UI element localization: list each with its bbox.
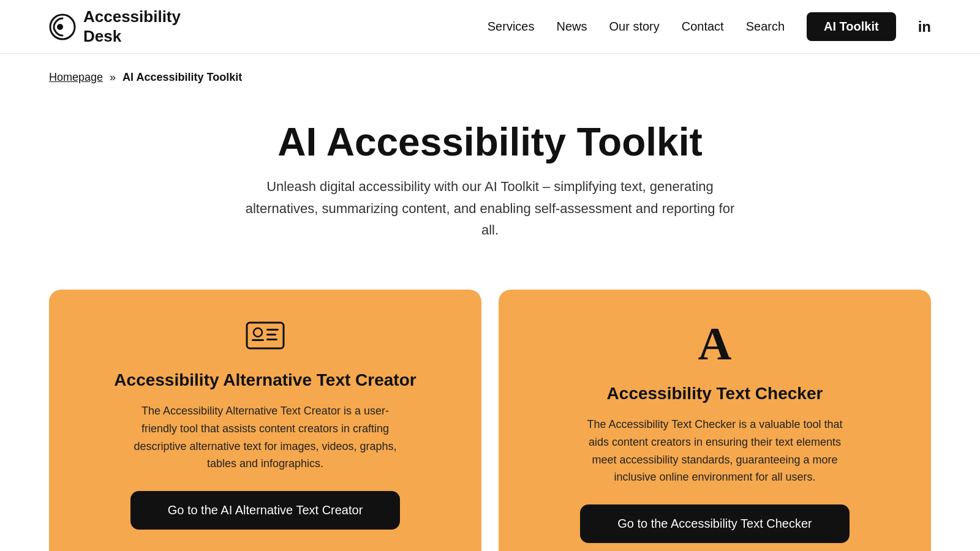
main-nav: Services News Our story Contact Search A… [488,12,931,41]
svg-rect-6 [266,334,276,335]
breadcrumb: Homepage » AI Accessibility Toolkit [0,54,980,84]
logo-text: Accessibility Desk [83,7,181,45]
card-alt-text-title: Accessibility Alternative Text Creator [114,370,416,390]
logo-link[interactable]: Accessibility Desk [49,7,181,45]
site-header: Accessibility Desk Services News Our sto… [0,0,980,54]
svg-point-1 [57,24,63,30]
breadcrumb-separator: » [110,71,116,83]
nav-our-story[interactable]: Our story [609,20,659,34]
svg-rect-4 [252,339,264,341]
alt-text-icon-area [246,320,285,353]
nav-services[interactable]: Services [488,20,535,34]
nav-ai-toolkit-button[interactable]: AI Toolkit [807,12,896,41]
hero-subtitle: Unleash digital accessibility with our A… [239,176,741,241]
svg-rect-2 [247,323,284,348]
cards-grid: Accessibility Alternative Text Creator T… [0,265,980,551]
card-alt-text-creator: Accessibility Alternative Text Creator T… [49,290,481,551]
svg-point-3 [254,328,262,337]
nav-contact[interactable]: Contact [682,20,724,34]
letter-a-icon: A [698,318,732,369]
breadcrumb-home-link[interactable]: Homepage [49,71,103,83]
nav-search[interactable]: Search [746,20,785,34]
nav-news[interactable]: News [556,20,587,34]
linkedin-icon[interactable]: in [918,18,931,36]
logo-icon [49,13,76,40]
page-title: AI Accessibility Toolkit [49,121,931,163]
id-card-icon [246,320,285,351]
svg-rect-7 [266,339,277,340]
card-text-checker-button[interactable]: Go to the Accessibility Text Checker [580,504,850,543]
card-text-checker-description: The Accessibility Text Checker is a valu… [580,416,850,486]
hero-section: AI Accessibility Toolkit Unleash digital… [0,84,980,265]
breadcrumb-current: AI Accessibility Toolkit [123,71,242,83]
text-checker-icon-area: A [698,320,732,367]
card-text-checker: A Accessibility Text Checker The Accessi… [499,290,931,551]
card-alt-text-button[interactable]: Go to the AI Alternative Text Creator [130,491,400,530]
svg-rect-5 [266,329,279,331]
card-alt-text-description: The Accessibility Alternative Text Creat… [130,402,400,473]
card-text-checker-title: Accessibility Text Checker [607,384,823,403]
